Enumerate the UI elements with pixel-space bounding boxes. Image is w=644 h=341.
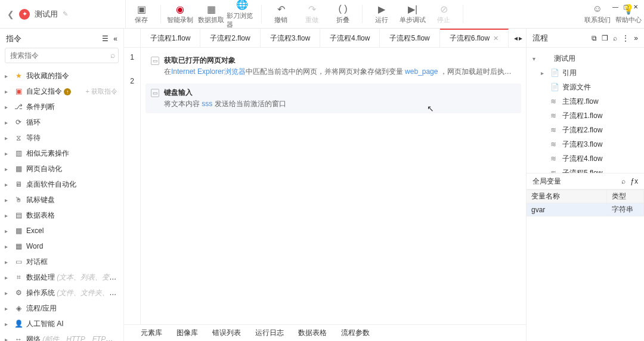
minimize-icon[interactable]: — xyxy=(612,4,618,10)
process-tree-item[interactable]: ▾测试用 xyxy=(529,51,642,66)
process-tree-item[interactable]: ≋主流程.flow xyxy=(529,94,642,108)
get-command-link[interactable]: + 获取指令 xyxy=(86,87,117,96)
list-toggle-icon[interactable]: ☰ xyxy=(102,35,109,43)
flow-tab[interactable]: 子流程4.flow xyxy=(320,29,380,47)
branch-icon: ⎇ xyxy=(14,103,23,111)
contact-icon: ☺ xyxy=(593,4,602,14)
sidebar-item[interactable]: ▸◈流程/应用 xyxy=(0,300,123,316)
tree-item-label: 测试用 xyxy=(554,54,575,64)
sidebar-item-label: 等待 xyxy=(26,133,117,143)
flow-step[interactable]: ▭获取已打开的网页对象在Internet Explorer浏览器中匹配当前选中的… xyxy=(145,51,521,81)
wait-icon: ⧖ xyxy=(14,134,23,142)
net-icon: ↔ xyxy=(14,335,23,341)
file-icon: ≋ xyxy=(550,154,559,163)
bottom-tab[interactable]: 流程参数 xyxy=(341,328,370,338)
tab-close-icon[interactable]: ✕ xyxy=(493,35,499,42)
bottom-tab[interactable]: 数据表格 xyxy=(298,328,327,338)
step-icon: ▭ xyxy=(151,89,159,97)
sidebar-item[interactable]: ▸▦Excel xyxy=(0,223,123,238)
back-button[interactable]: ❮ xyxy=(7,10,14,19)
table-icon: ▤ xyxy=(14,211,23,219)
sidebar-item[interactable]: ▸↔网络 (邮件、HTTP、FTP、群通知...) xyxy=(0,331,123,341)
web-icon: ▦ xyxy=(14,165,23,173)
data-grab-button[interactable]: ▦数据抓取 xyxy=(196,0,227,28)
dialog-icon: ▭ xyxy=(14,258,23,266)
sidebar-item[interactable]: ▸🖥桌面软件自动化 xyxy=(0,176,123,192)
sidebar-item[interactable]: ▸👤人工智能 AI xyxy=(0,316,123,331)
sidebar-item-label: 我收藏的指令 xyxy=(26,71,117,81)
sidebar-item[interactable]: ▸▦Word xyxy=(0,238,123,254)
box-icon[interactable]: ❒ xyxy=(602,34,608,42)
run-button[interactable]: ▶运行 xyxy=(366,0,397,28)
sidebar-item[interactable]: ▸▤数据表格 xyxy=(0,207,123,223)
tab-next-icon[interactable]: ▸ xyxy=(519,34,522,42)
global-var-row[interactable]: gvar字符串 xyxy=(527,203,644,216)
search-icon[interactable]: ⌕ xyxy=(110,50,115,60)
maximize-icon[interactable]: ▢ xyxy=(623,4,628,10)
process-tree-item[interactable]: ≋子流程2.flow xyxy=(529,123,642,137)
tab-label: 子流程2.flow xyxy=(210,33,250,44)
undo-button[interactable]: ↶撤销 xyxy=(265,0,296,28)
file-icon: ≋ xyxy=(550,97,559,106)
edit-name-icon[interactable]: ✎ xyxy=(63,10,68,18)
process-tree-item[interactable]: 📄资源文件 xyxy=(529,80,642,94)
collapse-sidebar-icon[interactable]: « xyxy=(113,35,117,43)
sidebar-item[interactable]: ▸▣自定义指令 ↑ + 获取指令 xyxy=(0,83,123,99)
close-icon[interactable]: ✕ xyxy=(633,4,638,10)
flow-tab[interactable]: 子流程2.flow xyxy=(200,29,260,47)
fold-button[interactable]: ( )折叠 xyxy=(327,0,358,28)
flow-tab[interactable]: 子流程6.flow✕ xyxy=(440,29,509,47)
sidebar-item[interactable]: ▸⚙操作系统 (文件、文件夹、剪贴板...) xyxy=(0,285,123,300)
cube-icon[interactable]: ⧉ xyxy=(592,34,597,42)
step-button[interactable]: ▶|单步调试 xyxy=(397,0,428,28)
step-icon: ▭ xyxy=(151,57,159,65)
col-var-name: 变量名称 xyxy=(527,190,607,203)
flow-tab[interactable]: 子流程3.flow xyxy=(261,29,320,47)
sidebar-item[interactable]: ▸▦网页自动化 xyxy=(0,161,123,176)
process-panel-title: 流程 xyxy=(532,33,548,44)
sidebar-item[interactable]: ▸▭对话框 xyxy=(0,254,123,269)
sidebar-item[interactable]: ▸⟳循环 xyxy=(0,114,123,130)
sidebar-item[interactable]: ▸⌗数据处理 (文本、列表、变量...) xyxy=(0,269,123,285)
tree-item-label: 子流程1.flow xyxy=(562,111,602,121)
search-icon[interactable]: ⌕ xyxy=(621,177,626,185)
fx-icon[interactable]: ƒx xyxy=(630,177,638,185)
smart-record-button[interactable]: ◉智能录制 xyxy=(165,0,196,28)
collapse-right-icon[interactable]: » xyxy=(634,34,638,42)
process-tree-item[interactable]: ≋子流程4.flow xyxy=(529,151,642,166)
bottom-tab[interactable]: 错误列表 xyxy=(212,328,241,338)
bottom-tab[interactable]: 运行日志 xyxy=(255,328,284,338)
search-input[interactable] xyxy=(5,48,119,63)
file-icon: ≋ xyxy=(550,169,559,173)
tree-item-label: 子流程5.flow xyxy=(562,168,602,173)
sidebar-item[interactable]: ▸⧖等待 xyxy=(0,130,123,145)
flow-tab[interactable]: 子流程5.flow xyxy=(380,29,439,47)
process-tree-item[interactable]: ≋子流程1.flow xyxy=(529,108,642,123)
sidebar-item[interactable]: ▸🖱鼠标键盘 xyxy=(0,192,123,207)
bottom-tab[interactable]: 元素库 xyxy=(141,328,162,338)
sidebar-item-label: Excel xyxy=(26,227,117,235)
tab-prev-icon[interactable]: ◂ xyxy=(514,34,518,42)
stop-button[interactable]: ⊘停止 xyxy=(428,0,459,28)
shadow-browser-button[interactable]: 🌐影刀浏览器 xyxy=(227,0,258,28)
redo-button[interactable]: ↷重做 xyxy=(296,0,327,28)
sidebar-item[interactable]: ▸★我收藏的指令 xyxy=(0,68,123,83)
search-icon[interactable]: ⌕ xyxy=(613,34,617,42)
bottom-tab[interactable]: 图像库 xyxy=(177,328,198,338)
sidebar-item[interactable]: ▸▥相似元素操作 xyxy=(0,145,123,161)
flow-tab[interactable]: 子流程1.flow xyxy=(141,29,200,47)
process-tree-item[interactable]: ▸📄引用 xyxy=(529,66,642,80)
contact-button[interactable]: ☺联系我们 xyxy=(582,0,613,28)
flow-step[interactable]: ▭键盘输入将文本内容 sss 发送给当前激活的窗口 xyxy=(145,83,521,113)
step-description: 将文本内容 sss 发送给当前激活的窗口 xyxy=(164,99,516,109)
save-button[interactable]: ▣保存 xyxy=(126,0,157,28)
sidebar-item-label: 数据处理 (文本、列表、变量...) xyxy=(26,272,117,283)
tree-item-label: 子流程2.flow xyxy=(562,125,602,135)
more-icon[interactable]: ⋮ xyxy=(622,34,629,42)
excel-icon: ▦ xyxy=(14,227,23,235)
process-tree-item[interactable]: ≋子流程5.flow xyxy=(529,166,642,173)
sidebar-item[interactable]: ▸⎇条件判断 xyxy=(0,99,123,114)
sidebar-item-label: 对话框 xyxy=(26,257,117,267)
var-type-cell: 字符串 xyxy=(607,203,644,216)
process-tree-item[interactable]: ≋子流程3.flow xyxy=(529,137,642,151)
